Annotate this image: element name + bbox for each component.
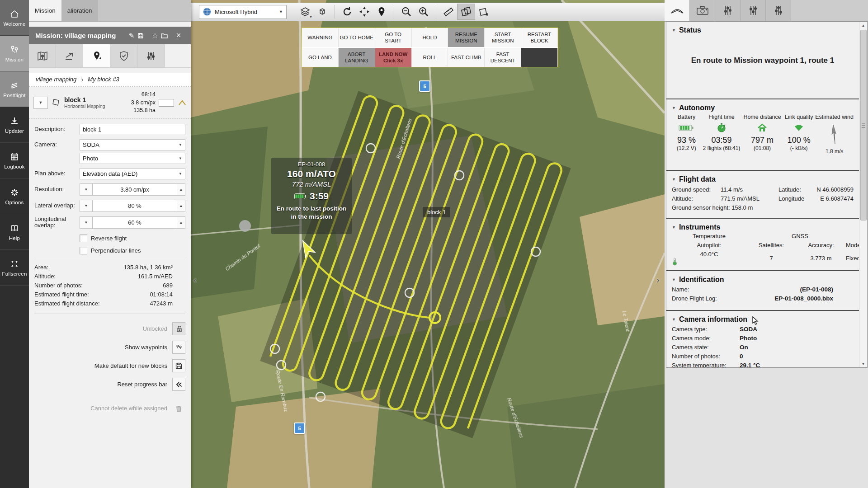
cmd-roll[interactable]: ROLL [412,48,448,67]
collapse-left-panel-handle[interactable]: ‹ [193,275,197,285]
description-input[interactable]: block 1 [80,124,185,135]
sidebar-item-options[interactable]: Options [0,178,29,214]
cmd-go-to-home[interactable]: GO TO HOME [339,28,375,47]
cube-3d-button[interactable] [314,4,331,19]
plan-above-select[interactable]: Elevation data (AED)▼ [80,168,185,179]
zoom-out-button[interactable] [398,4,415,19]
breadcrumb-parent[interactable]: village mapping [36,76,76,83]
waypoint-marker-5-top[interactable]: 5 [419,80,430,92]
tab-settings-3[interactable] [766,0,791,21]
sidebar-item-fullscreen[interactable]: Fullscreen [0,250,29,286]
tab-add-waypoint[interactable] [83,44,110,67]
tab-camera[interactable] [690,0,715,21]
collapse-right-panel-handle[interactable]: › [656,275,660,285]
autonomy-header[interactable]: Autonomy [679,104,715,112]
sidebar-item-help[interactable]: Help [0,214,29,250]
perpendicular-lines-checkbox[interactable] [80,247,87,254]
tab-mission[interactable]: Mission [29,0,61,21]
block-flag-icon[interactable] [177,98,187,108]
lateral-overlap-stepper: ▼ 80 % ▲ [80,200,185,212]
resolution-value[interactable]: 3.80 cm/px [93,184,177,195]
camera-info-header[interactable]: Camera information [679,315,747,324]
identification-header[interactable]: Identification [679,276,724,284]
sidebar-item-mission[interactable]: Mission [0,36,29,71]
tab-mission-map-icon[interactable] [29,44,56,67]
autonomy-section: ▼Autonomy Battery 93 % (12.2 V) Flight t… [666,99,867,171]
cmd-start-mission[interactable]: START MISSION [485,28,521,47]
tab-calibration[interactable]: alibration [61,0,98,21]
favorite-star-icon[interactable]: ☆ [149,32,161,40]
reverse-flight-checkbox[interactable] [80,235,87,242]
instruments-header[interactable]: Instruments [679,223,721,231]
zoom-in-button[interactable] [415,4,432,19]
battery-icon [679,124,694,131]
cmd-abort-landing[interactable]: ABORT LANDING [339,48,375,67]
camera-select[interactable]: SODA▼ [80,139,185,150]
tab-takeoff[interactable] [56,44,83,67]
waypoint-marker-5-bottom[interactable]: 5 [294,422,305,434]
scroll-up-arrow[interactable]: ▲ [859,22,867,29]
lateral-value[interactable]: 80 % [93,200,177,211]
longitudinal-increase[interactable]: ▲ [177,217,185,228]
lateral-increase[interactable]: ▲ [177,200,185,211]
panel-scrollbar[interactable]: ▲ ▼ [859,22,867,367]
tab-drone[interactable] [665,0,690,21]
cmd-fast-climb[interactable]: FAST CLIMB [448,48,485,67]
flight-data-header[interactable]: Flight data [679,175,716,183]
cmd-land-now[interactable]: LAND NOWClick 3x [375,48,412,67]
sidebar-item-welcome[interactable]: Welcome [0,0,29,36]
status-section: ▼Status En route to Mission waypoint 1, … [666,22,867,99]
longitudinal-value[interactable]: 60 % [93,217,177,228]
plan-above-label: Plan above: [34,170,80,177]
breadcrumb-current: My block #3 [88,76,119,83]
pin-icon [377,6,387,17]
show-waypoints-button[interactable] [172,341,185,354]
scroll-down-arrow[interactable]: ▼ [859,360,867,367]
sidebar-item-postflight[interactable]: Postflight [0,71,29,107]
sidebar-item-logbook[interactable]: Logbook [0,143,29,178]
resolution-decrease[interactable]: ▼ [80,184,93,195]
resolution-increase[interactable]: ▲ [177,184,185,195]
basemap-select[interactable]: Microsoft Hybrid ▼ [199,5,287,19]
cmd-hold[interactable]: HOLD [412,28,448,47]
longitude-label: Longitude [778,195,814,202]
name-label: Name: [672,286,740,293]
cmd-warning[interactable]: WARNING [302,28,339,47]
ground-speed-label: Ground speed: [672,186,721,193]
edit-icon[interactable]: ✎ [126,32,137,40]
map-canvas[interactable]: Route d'Echallens Chemin du Pontet Le Bo… [191,0,665,488]
tab-settings-2[interactable] [741,0,766,21]
reset-progress-button[interactable] [172,378,185,391]
cmd-fast-descent[interactable]: FAST DESCENT [485,48,521,67]
longitudinal-decrease[interactable]: ▼ [80,217,93,228]
unlock-button[interactable] [172,322,185,335]
measure-button[interactable] [440,4,457,19]
draw-block-button[interactable] [457,4,475,20]
block-collapse-button[interactable]: ▼ [33,97,48,109]
folder-icon[interactable] [161,33,173,38]
scrollbar-thumb[interactable] [860,30,867,221]
camera-mode-select[interactable]: Photo▼ [80,153,185,164]
make-default-button[interactable] [172,359,185,372]
tab-settings-1[interactable] [715,0,741,21]
save-icon[interactable] [137,33,149,39]
cmd-go-land[interactable]: GO LAND [302,48,339,67]
cmd-resume-mission[interactable]: RESUME MISSION [448,28,485,47]
sidebar-item-updater[interactable]: Updater [0,107,29,143]
flight-time-header: Flight time [708,114,735,120]
altitude-label: Altitude: [672,195,721,202]
delete-button[interactable] [172,402,185,415]
tab-safety[interactable] [110,44,137,67]
refresh-button[interactable] [339,4,356,19]
camera-state-value: On [740,344,854,351]
status-header[interactable]: Status [679,26,701,34]
layers-button[interactable]: ▼ [297,4,314,19]
delete-block-button[interactable] [475,4,492,19]
close-icon[interactable]: × [173,31,184,40]
cmd-restart-block[interactable]: RESTART BLOCK [521,28,558,47]
center-view-button[interactable] [356,4,373,19]
tab-settings-sliders[interactable] [137,44,165,67]
locate-pin-button[interactable] [373,4,390,19]
cmd-go-to-start[interactable]: GO TO START [375,28,412,47]
lateral-decrease[interactable]: ▼ [80,200,93,211]
